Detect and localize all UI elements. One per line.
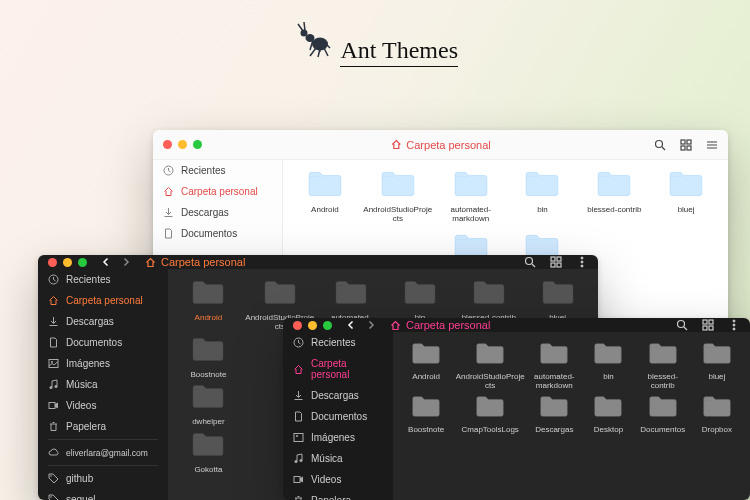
maximize-button[interactable] bbox=[193, 140, 202, 149]
sidebar-item-downloads[interactable]: Descargas bbox=[38, 311, 168, 332]
sidebar-item-recent[interactable]: Recientes bbox=[153, 160, 282, 181]
folder-item[interactable]: Boostnote bbox=[176, 336, 241, 380]
view-grid-icon[interactable] bbox=[550, 256, 562, 268]
forward-button[interactable] bbox=[364, 318, 378, 332]
sidebar-item-downloads[interactable]: Descargas bbox=[153, 202, 282, 223]
breadcrumb[interactable]: Carpeta personal bbox=[390, 319, 490, 331]
minimize-button[interactable] bbox=[308, 321, 317, 330]
sidebar-item-music[interactable]: Música bbox=[38, 374, 168, 395]
folder-item[interactable]: Desktop bbox=[583, 395, 633, 435]
maximize-button[interactable] bbox=[323, 321, 332, 330]
sidebar-item-home[interactable]: Carpeta personal bbox=[38, 290, 168, 311]
sidebar-item-recent[interactable]: Recientes bbox=[38, 269, 168, 290]
close-button[interactable] bbox=[48, 258, 57, 267]
more-icon[interactable] bbox=[576, 256, 588, 268]
folder-item[interactable]: Android bbox=[176, 279, 241, 332]
svg-rect-6 bbox=[681, 146, 685, 150]
document-icon bbox=[48, 337, 59, 348]
sidebar-item-home[interactable]: Carpeta personal bbox=[283, 353, 393, 385]
forward-button[interactable] bbox=[119, 255, 133, 269]
sidebar-item-label: Descargas bbox=[66, 316, 114, 327]
sidebar-item-trash[interactable]: Papelera bbox=[283, 490, 393, 500]
folder-item[interactable]: automated-markdown bbox=[529, 342, 579, 391]
sidebar-item-label: Documentos bbox=[181, 228, 237, 239]
svg-point-31 bbox=[733, 320, 735, 322]
sidebar-tag-github[interactable]: github bbox=[38, 468, 168, 489]
folder-label: automated-markdown bbox=[529, 373, 579, 391]
folder-grid[interactable]: AndroidAndroidStudioProjectsautomated-ma… bbox=[393, 332, 750, 500]
titlebar[interactable]: Carpeta personal bbox=[283, 318, 750, 332]
sidebar-item-label: Recientes bbox=[66, 274, 110, 285]
minimize-button[interactable] bbox=[178, 140, 187, 149]
folder-item[interactable]: CmapToolsLogs bbox=[455, 395, 525, 435]
back-button[interactable] bbox=[344, 318, 358, 332]
folder-item[interactable]: blessed-contrib bbox=[638, 342, 688, 391]
svg-rect-29 bbox=[703, 326, 707, 330]
close-button[interactable] bbox=[163, 140, 172, 149]
folder-item[interactable]: bluej bbox=[692, 342, 742, 391]
view-grid-icon[interactable] bbox=[702, 319, 714, 331]
sidebar: Recientes Carpeta personal Descargas Doc… bbox=[283, 332, 393, 500]
sidebar-item-recent[interactable]: Recientes bbox=[283, 332, 393, 353]
music-icon bbox=[48, 379, 59, 390]
sidebar-item-home[interactable]: Carpeta personal bbox=[153, 181, 282, 202]
folder-item[interactable]: AndroidStudioProjects bbox=[363, 170, 433, 224]
folder-icon bbox=[191, 279, 225, 310]
folder-label: blessed-contrib bbox=[638, 373, 688, 391]
folder-icon bbox=[475, 342, 505, 369]
folder-item[interactable]: Documentos bbox=[638, 395, 688, 435]
folder-item[interactable]: Descargas bbox=[529, 395, 579, 435]
sidebar-item-downloads[interactable]: Descargas bbox=[283, 385, 393, 406]
minimize-button[interactable] bbox=[63, 258, 72, 267]
svg-rect-12 bbox=[551, 263, 555, 267]
view-grid-icon[interactable] bbox=[680, 139, 692, 151]
titlebar[interactable]: Carpeta personal bbox=[153, 130, 728, 160]
svg-point-36 bbox=[296, 435, 298, 437]
folder-icon bbox=[539, 342, 569, 369]
folder-item[interactable]: Boostnote bbox=[401, 395, 451, 435]
svg-rect-4 bbox=[681, 140, 685, 144]
trash-icon bbox=[293, 495, 304, 500]
search-icon[interactable] bbox=[654, 139, 666, 151]
sidebar-item-images[interactable]: Imágenes bbox=[283, 427, 393, 448]
svg-rect-22 bbox=[49, 403, 55, 409]
sidebar-item-documents[interactable]: Documentos bbox=[283, 406, 393, 427]
titlebar[interactable]: Carpeta personal bbox=[38, 255, 598, 269]
breadcrumb[interactable]: Carpeta personal bbox=[145, 256, 245, 268]
sidebar-item-images[interactable]: Imágenes bbox=[38, 353, 168, 374]
search-icon[interactable] bbox=[676, 319, 688, 331]
folder-label: CmapToolsLogs bbox=[462, 426, 519, 435]
sidebar-tag-sequel[interactable]: sequel bbox=[38, 489, 168, 500]
sidebar-item-account[interactable]: eliverlara@gmail.com bbox=[38, 442, 168, 463]
folder-item[interactable]: Android bbox=[401, 342, 451, 391]
folder-item[interactable]: Dropbox bbox=[692, 395, 742, 435]
close-button[interactable] bbox=[293, 321, 302, 330]
clock-icon bbox=[163, 165, 174, 176]
folder-item[interactable]: bin bbox=[583, 342, 633, 391]
folder-item[interactable]: dwhelper bbox=[176, 383, 241, 427]
sidebar-item-videos[interactable]: Videos bbox=[283, 469, 393, 490]
sidebar-item-label: Música bbox=[66, 379, 98, 390]
folder-item[interactable]: automated-markdown bbox=[437, 170, 505, 224]
sidebar-item-trash[interactable]: Papelera bbox=[38, 416, 168, 437]
folder-item[interactable]: bin bbox=[509, 170, 577, 224]
search-icon[interactable] bbox=[524, 256, 536, 268]
folder-item[interactable]: Android bbox=[291, 170, 359, 224]
sidebar-item-music[interactable]: Música bbox=[283, 448, 393, 469]
folder-icon bbox=[593, 395, 623, 422]
maximize-button[interactable] bbox=[78, 258, 87, 267]
sidebar-item-label: Papelera bbox=[66, 421, 106, 432]
breadcrumb[interactable]: Carpeta personal bbox=[390, 139, 490, 151]
folder-item[interactable]: blessed-contrib bbox=[580, 170, 648, 224]
sidebar-item-videos[interactable]: Videos bbox=[38, 395, 168, 416]
folder-icon bbox=[403, 279, 437, 310]
folder-item[interactable]: Gokotta bbox=[176, 431, 241, 475]
sidebar-item-documents[interactable]: Documentos bbox=[153, 223, 282, 244]
folder-item[interactable]: AndroidStudioProjects bbox=[455, 342, 525, 391]
more-icon[interactable] bbox=[728, 319, 740, 331]
menu-icon[interactable] bbox=[706, 139, 718, 151]
folder-item[interactable]: bluej bbox=[652, 170, 720, 224]
back-button[interactable] bbox=[99, 255, 113, 269]
video-icon bbox=[48, 400, 59, 411]
sidebar-item-documents[interactable]: Documentos bbox=[38, 332, 168, 353]
